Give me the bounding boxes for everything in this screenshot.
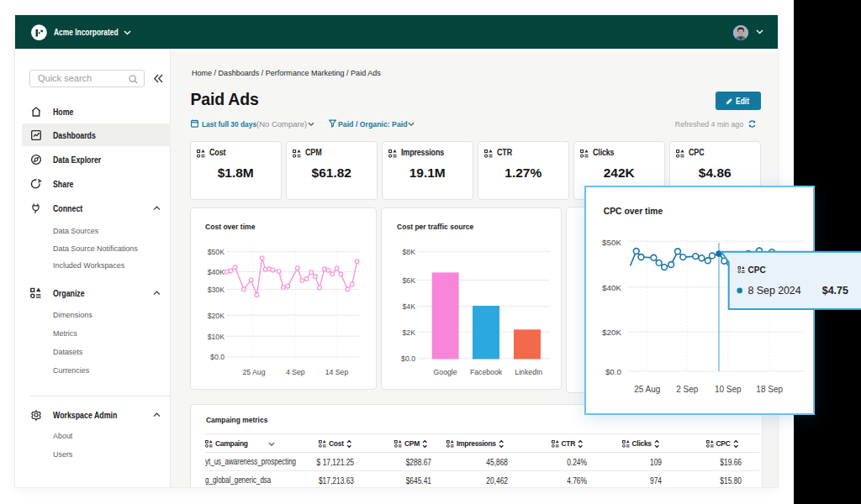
svg-text:$50K: $50K	[208, 248, 224, 256]
svg-text:CPC: CPC	[748, 265, 766, 275]
svg-text:LinkedIn: LinkedIn	[515, 368, 542, 376]
svg-text:14 Sep: 14 Sep	[325, 368, 349, 376]
svg-text:$20K: $20K	[602, 328, 621, 337]
svg-text:25 Aug: 25 Aug	[242, 368, 265, 376]
svg-text:$8K: $8K	[403, 248, 416, 256]
svg-text:Google: Google	[434, 368, 457, 376]
svg-text:$30K: $30K	[208, 286, 224, 294]
svg-text:$20K: $20K	[208, 312, 224, 320]
svg-text:8 Sep 2024: 8 Sep 2024	[748, 285, 801, 297]
svg-text:$0.0: $0.0	[401, 354, 415, 363]
svg-text:$40K: $40K	[208, 268, 224, 276]
svg-text:$2K: $2K	[403, 328, 416, 337]
svg-text:18 Sep: 18 Sep	[756, 385, 783, 394]
svg-text:2 Sep: 2 Sep	[676, 385, 699, 394]
svg-text:$0.0: $0.0	[210, 353, 224, 361]
svg-text:Facebook: Facebook	[470, 368, 503, 376]
svg-text:10 Sep: 10 Sep	[715, 385, 742, 394]
svg-text:$50K: $50K	[602, 238, 621, 247]
svg-text:$0.0: $0.0	[605, 367, 622, 376]
svg-text:$10K: $10K	[208, 333, 224, 341]
svg-text:$4K: $4K	[403, 302, 416, 311]
svg-text:25 Aug: 25 Aug	[634, 385, 660, 394]
svg-text:$6K: $6K	[403, 276, 416, 285]
svg-text:$4.75: $4.75	[822, 285, 848, 297]
svg-text:$40K: $40K	[602, 283, 621, 292]
svg-text:4 Sep: 4 Sep	[286, 368, 305, 376]
